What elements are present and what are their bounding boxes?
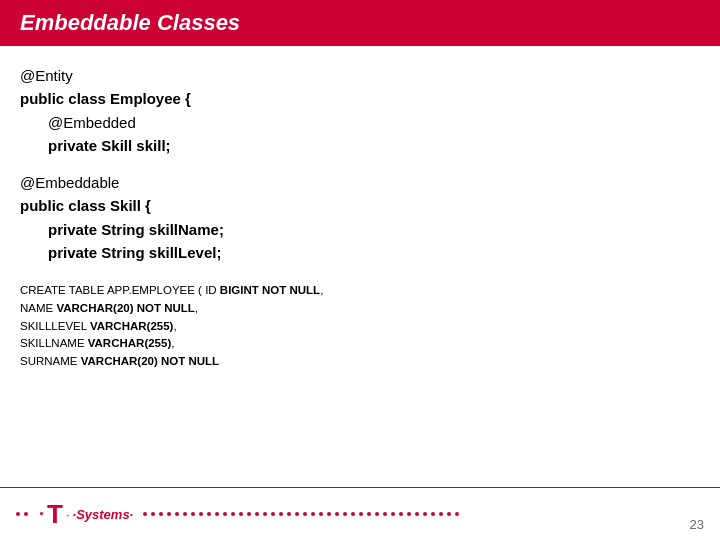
sql-skilllevel-label: SKILLLEVEL xyxy=(20,320,90,332)
t-letter: T xyxy=(47,501,63,527)
sql-comma4: , xyxy=(171,337,174,349)
code-skillname: private String skillName; xyxy=(48,218,224,241)
sql-comma2: , xyxy=(195,302,198,314)
title-bar: Embeddable Classes xyxy=(0,0,720,46)
code-skilllevel: private String skillLevel; xyxy=(48,241,221,264)
sql-create: CREATE TABLE APP.EMPLOYEE ( ID xyxy=(20,284,220,296)
page-number: 23 xyxy=(690,517,704,532)
dot-1 xyxy=(16,512,20,516)
footer: · T · ·Systems· xyxy=(0,488,720,540)
sql-bigint: BIGINT NOT NULL xyxy=(220,284,320,296)
code-line-6: @Embeddable xyxy=(20,171,700,194)
slide: Embeddable Classes @Entity public class … xyxy=(0,0,720,540)
sql-comma1: , xyxy=(320,284,323,296)
code-private-skill: private Skill skill; xyxy=(48,134,171,157)
footer-dots-right xyxy=(143,512,459,516)
sql-skillname-label: SKILLNAME xyxy=(20,337,88,349)
code-line-1: @Entity xyxy=(20,64,700,87)
code-block: @Entity public class Employee { @Embedde… xyxy=(20,64,700,264)
sql-line-5: SURNAME VARCHAR(20) NOT NULL xyxy=(20,353,700,371)
sql-line-2: NAME VARCHAR(20) NOT NULL, xyxy=(20,300,700,318)
sql-name-type: VARCHAR(20) NOT NULL xyxy=(56,302,194,314)
sql-skilllevel-type: VARCHAR(255) xyxy=(90,320,174,332)
code-embedded: @Embedded xyxy=(48,111,136,134)
sql-skillname-type: VARCHAR(255) xyxy=(88,337,172,349)
code-line-7: public class Skill { xyxy=(20,194,700,217)
sql-comma3: , xyxy=(173,320,176,332)
empty-line-1 xyxy=(20,157,700,171)
sql-surname-label: SURNAME xyxy=(20,355,81,367)
sql-surname-type: VARCHAR(20) NOT NULL xyxy=(81,355,219,367)
sql-line-3: SKILLLEVEL VARCHAR(255), xyxy=(20,318,700,336)
code-line-8: private String skillName; xyxy=(20,218,700,241)
code-line-4: private Skill skill; xyxy=(20,134,700,157)
code-line-3: @Embedded xyxy=(20,111,700,134)
dot-2 xyxy=(24,512,28,516)
sql-block: CREATE TABLE APP.EMPLOYEE ( ID BIGINT NO… xyxy=(20,282,700,371)
sql-name-label: NAME xyxy=(20,302,56,314)
sql-line-1: CREATE TABLE APP.EMPLOYEE ( ID BIGINT NO… xyxy=(20,282,700,300)
main-content: @Entity public class Employee { @Embedde… xyxy=(0,46,720,381)
slide-title: Embeddable Classes xyxy=(20,10,240,35)
t-systems-logo: · T · ·Systems· xyxy=(36,501,133,527)
sql-line-4: SKILLNAME VARCHAR(255), xyxy=(20,335,700,353)
code-line-9: private String skillLevel; xyxy=(20,241,700,264)
code-line-2: public class Employee { xyxy=(20,87,700,110)
footer-dots-left: · T · ·Systems· xyxy=(16,501,459,527)
systems-label: ·Systems· xyxy=(73,507,134,522)
